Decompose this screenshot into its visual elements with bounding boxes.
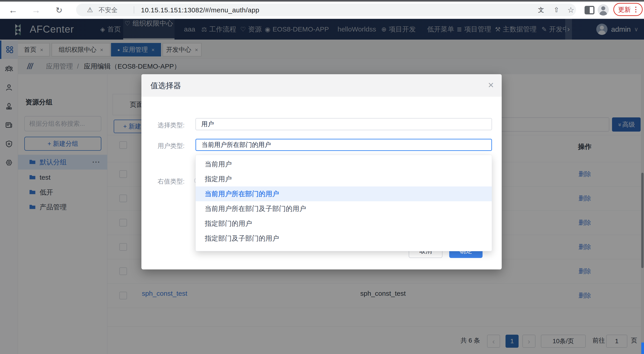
browser-update-button[interactable]: 更新 ⋮ (614, 3, 643, 16)
user-type-dropdown: 当前用户 指定用户 当前用户所在部门的用户 当前用户所在部门及子部门的用户 指定… (196, 155, 492, 251)
side-panel-icon-inner (590, 7, 593, 13)
browser-chrome: ← → ↻ ⚠ 不安全 10.15.15.151:13082/#/menu_au… (0, 0, 644, 19)
dropdown-option-selected[interactable]: 当前用户所在部门的用户 (196, 186, 492, 201)
close-icon[interactable]: × (484, 74, 498, 97)
browser-forward-icon[interactable]: → (29, 1, 43, 19)
security-warning-icon: ⚠ (87, 3, 93, 16)
screen: ← → ↻ ⚠ 不安全 10.15.15.151:13082/#/menu_au… (0, 0, 644, 354)
dropdown-option[interactable]: 指定部门及子部门的用户 (196, 231, 492, 246)
share-icon[interactable]: ⇧ (551, 3, 562, 16)
side-panel-icon[interactable] (584, 6, 594, 14)
dropdown-option[interactable]: 指定部门的用户 (196, 216, 492, 231)
update-label: 更新 (618, 3, 631, 16)
right-value-type-label: 右值类型: (158, 177, 185, 186)
dropdown-option[interactable]: 指定用户 (196, 172, 492, 186)
browser-reload-icon[interactable]: ↻ (52, 1, 66, 19)
user-type-input[interactable]: 当前用户所在部门的用户 (196, 139, 492, 151)
browser-menu-icon[interactable]: ⋮ (632, 3, 639, 16)
user-type-label: 用户类型: (158, 142, 185, 150)
dropdown-option[interactable]: 当前用户所在部门及子部门的用户 (196, 201, 492, 216)
avatar-body (600, 11, 607, 15)
avatar-head (601, 6, 605, 10)
dropdown-option[interactable]: 当前用户 (196, 157, 492, 172)
dialog-title: 值选择器 (150, 74, 181, 97)
browser-back-icon[interactable]: ← (6, 1, 20, 19)
select-type-input[interactable]: 用户 (196, 118, 492, 130)
bookmark-star-icon[interactable]: ☆ (565, 3, 576, 16)
translate-icon[interactable]: 文 (536, 3, 547, 16)
address-bar[interactable]: ⚠ 不安全 10.15.15.151:13082/#/menu_auth/app… (76, 3, 576, 16)
select-type-label: 选择类型: (158, 121, 185, 130)
dialog-header: 值选择器 × (142, 74, 502, 97)
security-label[interactable]: 不安全 (99, 3, 118, 16)
url-text[interactable]: 10.15.15.151:13082/#/menu_auth/app (141, 3, 260, 16)
browser-profile-avatar[interactable] (598, 4, 609, 15)
omnibox-divider (134, 6, 134, 13)
window-top-strip (0, 0, 644, 1)
floating-blue-edge (641, 343, 644, 354)
